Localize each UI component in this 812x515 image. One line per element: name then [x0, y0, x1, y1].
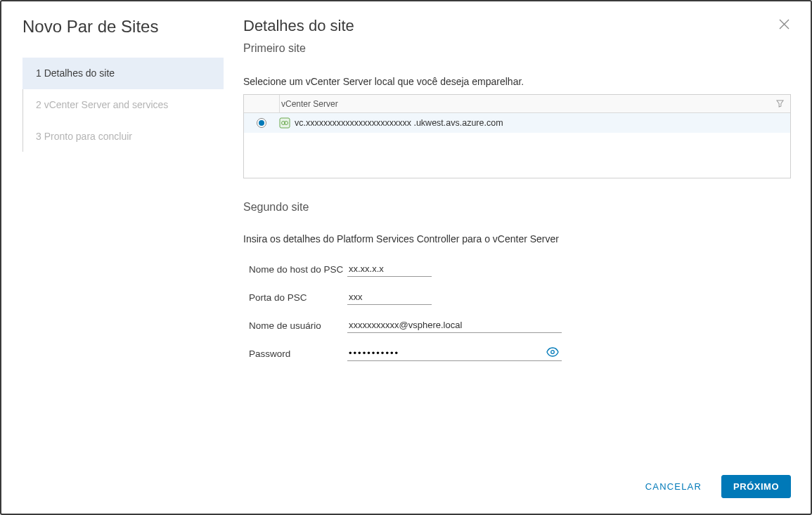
wizard-main: Detalhes do site Primeiro site Selecione… [224, 1, 811, 514]
step-vcenter-services: 2 vCenter Server and services [23, 89, 224, 121]
page-title: Detalhes do site [243, 17, 777, 35]
psc-host-label: Nome do host do PSC [243, 264, 347, 275]
table-row[interactable]: vc.xxxxxxxxxxxxxxxxxxxxxxxx .ukwest.avs.… [244, 113, 790, 133]
wizard-footer: CANCELAR PRÓXIMO [224, 462, 811, 514]
svg-point-3 [551, 351, 555, 354]
first-site-instruction: Selecione um vCenter Server local que vo… [243, 76, 791, 87]
psc-host-input[interactable] [347, 261, 432, 277]
step-ready-complete: 3 Pronto para concluir [23, 121, 224, 152]
step-site-details[interactable]: 1 Detalhes do site [22, 58, 224, 89]
next-button[interactable]: PRÓXIMO [721, 475, 791, 498]
vcenter-icon [279, 117, 290, 129]
username-input[interactable] [347, 318, 562, 333]
close-button[interactable] [777, 17, 791, 31]
wizard-steps: 1 Detalhes do site 2 vCenter Server and … [22, 58, 224, 152]
filter-icon [776, 100, 784, 107]
column-header-vcenter[interactable]: vCenter Server [279, 95, 769, 112]
psc-port-label: Porta do PSC [243, 292, 347, 303]
wizard-sidebar: Novo Par de Sites 1 Detalhes do site 2 v… [1, 1, 224, 514]
page-subtitle: Primeiro site [243, 42, 777, 55]
vcenter-server-name: vc.xxxxxxxxxxxxxxxxxxxxxxxx .ukwest.avs.… [295, 118, 503, 128]
wizard-title: Novo Par de Sites [1, 17, 224, 49]
second-site-instruction: Insira os detalhes do Platform Services … [243, 233, 791, 245]
psc-port-input[interactable] [347, 289, 432, 305]
close-icon [779, 19, 790, 30]
show-password-button[interactable] [546, 347, 559, 360]
username-label: Nome de usuário [243, 320, 347, 331]
vcenter-table: vCenter Server vc.xxxxxxxxxxxxxxxxxxxxxx… [243, 94, 791, 178]
cancel-button[interactable]: CANCELAR [641, 476, 706, 497]
filter-button[interactable] [769, 100, 790, 107]
second-site-title: Segundo site [243, 201, 791, 214]
password-input[interactable] [347, 346, 543, 360]
password-label: Password [243, 348, 347, 359]
radio-selected-icon[interactable] [257, 118, 266, 128]
eye-icon [546, 347, 559, 357]
